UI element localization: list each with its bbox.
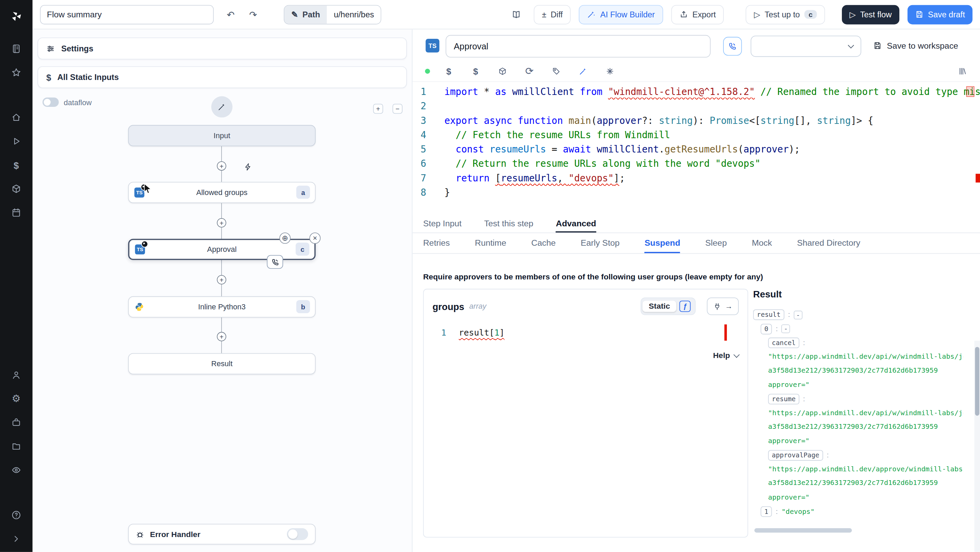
horizontal-scrollbar[interactable] [754,528,852,533]
sidebar-users-button[interactable] [6,370,27,381]
ai-flow-builder-label: AI Flow Builder [600,10,655,19]
result-item[interactable]: result:- [753,308,963,321]
ai-flow-builder-button[interactable]: AI Flow Builder [579,5,663,24]
save-icon [915,10,924,19]
diff-label: Diff [550,10,563,19]
result-item[interactable]: 0:- [753,321,963,336]
scrollbar-thumb[interactable] [975,347,979,415]
tab-runtime[interactable]: Runtime [475,233,506,253]
tab-suspend[interactable]: Suspend [644,233,680,253]
add-step-button[interactable]: + [217,332,226,341]
flow-settings-row[interactable]: Settings [37,37,407,59]
graph-node-result[interactable]: Result [128,353,316,374]
graph-node-allowed-groups[interactable]: TS Allowed groups a [128,182,316,203]
export-button[interactable]: Export [671,5,724,24]
sidebar-workers-button[interactable] [6,417,27,428]
sidebar-docs-button[interactable] [6,43,27,54]
result-item[interactable]: resume: [753,392,963,406]
all-static-inputs-row[interactable]: $ All Static Inputs [37,66,407,88]
overview-error-mark [966,86,975,97]
library-button[interactable] [958,66,967,76]
ai-graph-wand-button[interactable] [211,96,232,118]
save-draft-button[interactable]: Save draft [907,5,972,24]
advanced-tabs: Retries Runtime Cache Early Stop Suspend… [412,233,980,254]
tab-sleep[interactable]: Sleep [705,233,727,253]
tab-early-stop[interactable]: Early Stop [581,233,619,253]
export-icon [679,10,688,19]
graph-node-inline-python3[interactable]: Inline Python3 b [128,296,316,318]
save-to-workspace-button[interactable]: Save to workspace [873,38,958,53]
tab-cache[interactable]: Cache [531,233,556,253]
sidebar-runs-button[interactable] [6,136,27,147]
script-picker-select[interactable] [751,36,861,57]
tab-mock[interactable]: Mock [752,233,772,253]
test-up-to-button[interactable]: ▷ Test up to c [746,5,825,24]
static-mode-segment[interactable]: Static [643,301,676,312]
suspend-phone-indicator[interactable] [267,255,283,269]
redo-button[interactable]: ↷ [243,5,262,24]
result-item[interactable]: cancel: [753,336,963,350]
dataflow-toggle[interactable] [43,98,59,107]
sidebar-favorites-button[interactable] [6,67,27,78]
suspend-phone-button[interactable] [723,37,742,56]
error-handler-label: Error Handler [150,530,200,539]
book-button[interactable] [507,5,526,24]
error-handler-row[interactable]: Error Handler [128,524,316,544]
windmill-logo[interactable] [6,6,27,27]
result-item[interactable]: 1:"devops" [753,504,963,519]
expression-editor[interactable]: 1 result[1] [433,324,739,341]
help-toggle[interactable]: Help [433,351,739,360]
tab-retries[interactable]: Retries [423,233,450,253]
zoom-in-button[interactable]: + [373,104,383,114]
sidebar-home-button[interactable] [6,112,27,123]
undo-button[interactable]: ↶ [221,5,240,24]
format-button[interactable] [605,66,615,76]
zoom-out-button[interactable]: − [392,104,402,114]
tab-advanced[interactable]: Advanced [556,216,597,233]
gear-icon: ⚙ [12,394,21,404]
add-step-button[interactable]: + [217,218,226,227]
sidebar-help-button[interactable] [6,509,27,521]
path-control[interactable]: ✎ Path u/henri/bes [284,5,382,24]
input-node-label: Input [214,131,231,140]
flow-summary-input[interactable] [40,5,214,24]
sidebar-folders-button[interactable] [6,441,27,452]
trigger-bolt-button[interactable] [243,161,254,172]
error-handler-toggle[interactable] [287,528,308,540]
tab-shared-directory[interactable]: Shared Directory [797,233,860,253]
variables-button[interactable]: $ [444,66,453,76]
sidebar-variables-button[interactable]: $ [6,159,27,170]
diff-button[interactable]: ± Diff [534,5,571,24]
play-outline-icon: ▷ [754,10,760,18]
package-button[interactable] [498,66,508,76]
step-name-input[interactable] [446,35,711,57]
javascript-mode-segment[interactable]: ƒ [676,301,694,312]
code-editor[interactable]: 12345678 import * as wmillClient from "w… [412,81,980,216]
flow-settings-label: Settings [61,44,93,53]
move-step-button[interactable]: ⊕ [279,232,291,244]
reload-button[interactable]: ⟳ [524,66,534,76]
ai-assistant-button[interactable] [578,66,588,76]
connect-input-button[interactable]: → [707,297,739,315]
chevron-down-icon [848,42,854,48]
delete-step-button[interactable]: × [309,232,321,244]
tag-button[interactable] [551,66,561,76]
dollar-icon: $ [46,72,51,82]
add-step-button[interactable]: + [217,275,226,285]
sidebar-schedules-button[interactable] [6,207,27,218]
graph-node-input[interactable]: Input [128,125,316,146]
resources-dollar-button[interactable]: $ [471,66,480,76]
result-item[interactable]: approvalPage: [753,448,963,462]
path-edit-segment[interactable]: ✎ Path [285,5,327,24]
sidebar-settings-button[interactable]: ⚙ [6,393,27,404]
vertical-scrollbar[interactable] [974,340,980,552]
save-icon [873,41,882,50]
sidebar-expand-button[interactable] [6,533,27,544]
sidebar-audit-button[interactable] [6,465,27,476]
add-step-button[interactable]: + [217,161,226,171]
tab-step-input[interactable]: Step Input [423,216,461,233]
briefcase-icon [11,418,21,428]
test-flow-button[interactable]: ▷ Test flow [842,5,899,24]
sidebar-resources-button[interactable] [6,183,27,194]
tab-test-this-step[interactable]: Test this step [484,216,533,233]
